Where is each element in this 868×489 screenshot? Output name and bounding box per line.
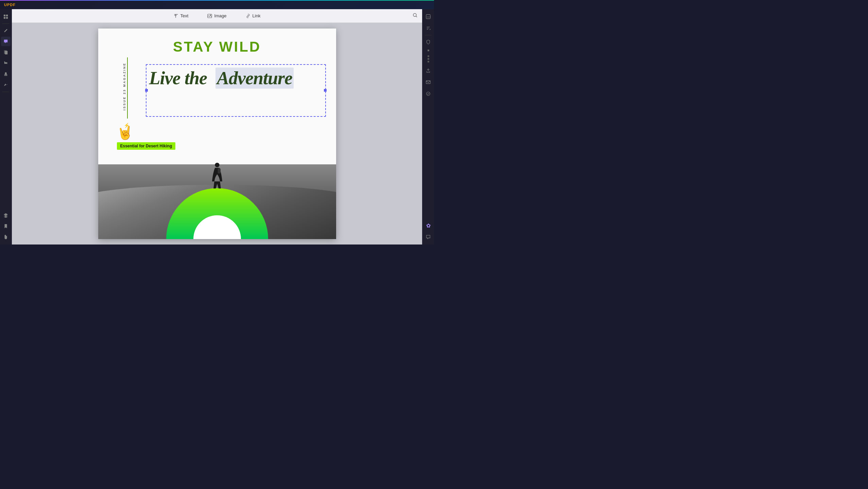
- scroll-indicator: [428, 50, 429, 51]
- svg-rect-8: [174, 14, 178, 14]
- svg-point-20: [427, 92, 430, 96]
- link-tool-icon: [246, 14, 250, 18]
- adventure-text: Live the Adventure: [149, 68, 323, 89]
- top-toolbar: Text Image Link: [12, 9, 422, 23]
- left-sidebar: [0, 9, 12, 244]
- app-logo: UPDF: [4, 3, 16, 7]
- share-icon[interactable]: [423, 66, 433, 75]
- vertical-line: [127, 57, 128, 119]
- link-tool-label: Link: [253, 13, 261, 18]
- svg-rect-0: [4, 15, 5, 16]
- save-icon[interactable]: [423, 89, 433, 98]
- right-sidebar: OCR ✿: [422, 9, 434, 244]
- page-content: STAY WILD ISSUE 23 MAGAZINE Live the Adv…: [98, 29, 336, 239]
- svg-rect-2: [4, 17, 5, 19]
- view-icon[interactable]: [1, 12, 11, 21]
- adventure-part1: Live the: [149, 68, 207, 88]
- crop-icon[interactable]: [1, 58, 11, 68]
- dot-2: [428, 58, 429, 60]
- svg-rect-5: [5, 51, 7, 55]
- stay-wild-heading: STAY WILD: [98, 29, 336, 55]
- svg-rect-1: [6, 15, 8, 16]
- svg-text:OCR: OCR: [427, 16, 431, 18]
- svg-rect-16: [218, 168, 220, 173]
- protect-icon[interactable]: [423, 37, 433, 47]
- svg-rect-3: [6, 17, 8, 19]
- layers-icon[interactable]: [1, 211, 11, 220]
- right-dots: [428, 55, 429, 62]
- sign-icon[interactable]: [1, 80, 11, 90]
- text-tool-icon: [174, 14, 178, 18]
- person-silhouette: [209, 161, 226, 195]
- selection-handle-right[interactable]: [324, 89, 327, 92]
- main-layout: Text Image Link STAY WILD: [0, 9, 434, 244]
- right-sidebar-bottom: ✿: [423, 221, 433, 242]
- svg-rect-10: [175, 14, 176, 18]
- bookmark-icon[interactable]: [1, 221, 11, 231]
- search-icon[interactable]: [413, 13, 418, 19]
- updf-ai-icon[interactable]: ✿: [423, 221, 433, 230]
- pages-icon[interactable]: [1, 48, 11, 57]
- stamp-icon[interactable]: [1, 69, 11, 79]
- attachment-icon[interactable]: [1, 232, 11, 242]
- sidebar-divider-2: [2, 92, 9, 92]
- content-area: Text Image Link STAY WILD: [12, 9, 422, 244]
- selection-handle-left[interactable]: [145, 89, 148, 92]
- sidebar-divider-1: [2, 23, 9, 24]
- image-tool-label: Image: [214, 13, 226, 18]
- chat-icon[interactable]: [423, 232, 433, 242]
- svg-point-15: [215, 163, 219, 167]
- pdf-page: STAY WILD ISSUE 23 MAGAZINE Live the Adv…: [98, 29, 336, 239]
- link-tool[interactable]: Link: [243, 12, 263, 20]
- vertical-text: ISSUE 23 MAGAZINE: [123, 62, 126, 110]
- svg-point-13: [413, 13, 416, 16]
- comment-icon[interactable]: [1, 37, 11, 46]
- replace-icon[interactable]: [423, 23, 433, 33]
- svg-rect-19: [426, 81, 430, 84]
- svg-point-12: [210, 15, 211, 16]
- sidebar-bottom: [1, 211, 11, 242]
- ocr-icon[interactable]: OCR: [423, 12, 433, 21]
- adventure-part2: Adventure: [215, 68, 294, 89]
- page-canvas: STAY WILD ISSUE 23 MAGAZINE Live the Adv…: [12, 23, 422, 244]
- svg-rect-7: [4, 75, 7, 76]
- dot-1: [428, 55, 429, 57]
- lightning-icon: ⚡: [124, 123, 129, 128]
- edit-icon[interactable]: [1, 26, 11, 35]
- svg-rect-6: [4, 74, 7, 75]
- right-divider-1: [425, 35, 432, 35]
- image-tool-icon: [207, 14, 212, 18]
- title-bar: UPDF: [0, 0, 434, 9]
- text-tool[interactable]: Text: [171, 12, 191, 20]
- text-tool-label: Text: [180, 13, 189, 18]
- dot-3: [428, 61, 429, 62]
- image-tool[interactable]: Image: [205, 12, 229, 20]
- email-icon[interactable]: [423, 77, 433, 87]
